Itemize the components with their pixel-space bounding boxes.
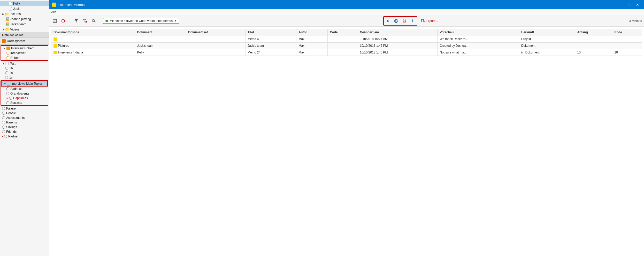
topic-icon [7, 82, 10, 86]
col-header-dokumentgruppe[interactable]: Dokumentgruppe [51, 29, 135, 36]
web-button[interactable] [393, 17, 400, 25]
filter-clear-button[interactable] [81, 17, 89, 25]
col-header-herkunft[interactable]: Herkunft [519, 29, 575, 36]
export-section: Exporti... [420, 19, 438, 23]
col-header-geaendert[interactable]: Geändert am [358, 29, 438, 36]
sidebar-item-jacks-team[interactable]: 🖼️ Jack's team [0, 22, 49, 27]
table-row[interactable]: Pictures Jack's team Jack's team Max 10/… [51, 42, 642, 49]
folder-icon: 📁 [5, 27, 9, 32]
col-header-dokumentset[interactable]: Dokumentset [186, 29, 246, 36]
svg-point-10 [92, 19, 95, 22]
sidebar-item-parents[interactable]: Parents [0, 120, 49, 125]
filter-button[interactable] [73, 17, 80, 25]
print-icon [402, 19, 407, 23]
svg-marker-6 [75, 19, 78, 22]
cell-anfang: 10 [575, 49, 612, 56]
export-icon [421, 19, 425, 23]
cell-ende: 10 [612, 49, 642, 56]
sidebar-item-siblings[interactable]: Siblings [0, 125, 49, 129]
col-header-autor[interactable]: Autor [296, 29, 328, 36]
sidebar-item-label: Jack [13, 7, 20, 11]
sidebar-item-label: Happiness [13, 96, 28, 100]
memo-view-button[interactable] [51, 17, 58, 25]
sidebar-item-1a[interactable]: 1a [0, 71, 49, 75]
sidebar-item-sadness[interactable]: Sadness [1, 87, 48, 91]
sidebar-item-friends[interactable]: Friends [0, 129, 49, 134]
sidebar-item-label: Sadness [10, 87, 22, 91]
toolbar: Mit einem aktivierten Code verknüpfte Me… [49, 15, 644, 27]
sidebar-item-success[interactable]: Success [1, 100, 48, 105]
expand-arrow[interactable]: ▼ [2, 62, 5, 65]
export-button[interactable]: Exporti... [421, 19, 438, 23]
expand-arrow[interactable]: ▼ [3, 47, 6, 50]
expand-arrow[interactable]: ▶ [2, 13, 4, 15]
sidebar-item-label: Interviews Main Topics [11, 82, 43, 86]
col-header-ende[interactable]: Ende [612, 29, 642, 36]
sidebar-item-failure[interactable]: Failure [0, 106, 49, 111]
table-row[interactable]: Memo 4 Max ...10/2018 10:27 AM We thank … [51, 36, 642, 43]
sidebar-item-pictures[interactable]: ▶ 📁 Pictures [0, 11, 49, 17]
sidebar-item-people[interactable]: People [0, 111, 49, 115]
col-header-dokument[interactable]: Dokument [135, 29, 186, 36]
filter-clear-icon [83, 19, 87, 23]
sidebar-item-label: Joanna playing [10, 17, 31, 21]
filter-dropdown[interactable]: Mit einem aktivierten Code verknüpfte Me… [103, 18, 179, 24]
sidebar-item-partner[interactable]: ● Partner [0, 134, 49, 139]
expand-arrow[interactable]: ▼ [2, 28, 5, 31]
sidebar-item-interviews-main-topics[interactable]: ▼ Interviews Main Topics [1, 81, 48, 87]
sidebar-item-happiness[interactable]: ➜ Happiness [1, 96, 48, 100]
globe-icon [394, 19, 398, 23]
memo-count: 3 Memos [629, 19, 642, 23]
sidebar-item-test[interactable]: ▼ Test [0, 61, 49, 66]
cell-vorschau: We thank Researc... [438, 36, 519, 43]
video-button[interactable] [60, 17, 67, 25]
expand-arrow[interactable]: ▼ [4, 82, 6, 85]
cell-dokumentgruppe [51, 36, 135, 43]
sidebar-item-grandparents[interactable]: Grandparents [1, 91, 48, 96]
sort-icon [186, 19, 190, 23]
code-icon [6, 92, 9, 95]
sidebar-item-kelly[interactable]: 📄 Kelly [0, 1, 49, 6]
code-icon [5, 76, 8, 79]
cell-geaendert: 10/10/2018 1:46 PM [358, 49, 438, 56]
memo-row-icon [53, 51, 57, 54]
sidebar-item-joanna[interactable]: 🖼️ Joanna playing [0, 17, 49, 22]
cell-titel: Jack's team [245, 42, 296, 49]
close-button[interactable]: ✕ [634, 2, 641, 7]
sidebar-item-videos[interactable]: ▼ 📁 Videos [0, 27, 49, 32]
maximize-button[interactable]: □ [626, 2, 633, 7]
sidebar-item-1c[interactable]: 1c [0, 75, 49, 80]
minimize-button[interactable]: ─ [619, 2, 625, 7]
sidebar-item-interviewer[interactable]: Interviewer [1, 51, 48, 56]
cell-dokument: Kelly [135, 49, 186, 56]
sidebar-item-label: Partner [8, 135, 18, 138]
excel-button[interactable]: X [384, 17, 392, 25]
col-header-code[interactable]: Code [328, 29, 358, 36]
sidebar-item-1b[interactable]: 1b [0, 66, 49, 71]
code-icon [2, 130, 5, 133]
cell-dokumentset [186, 36, 246, 43]
col-header-titel[interactable]: Titel [245, 29, 296, 36]
cell-herkunft: Dokument [519, 42, 575, 49]
info-button[interactable]: i [409, 17, 416, 25]
window-icon [52, 3, 56, 7]
test-icon [5, 62, 9, 65]
sidebar-item-label: Success [10, 101, 22, 105]
col-header-anfang[interactable]: Anfang [575, 29, 612, 36]
sidebar-item-robert[interactable]: Robert [1, 56, 48, 60]
sidebar-item-interview-robert[interactable]: ▼ 🟧 Interview Robert [1, 46, 48, 51]
title-controls: ─ □ ✕ [619, 2, 641, 7]
cell-vorschau: Created by Joshua... [438, 42, 519, 49]
sort-button[interactable] [185, 17, 192, 25]
cell-dokumentgruppe: Interviews Indiana [51, 49, 135, 56]
search-button[interactable] [90, 17, 97, 25]
interview-robert-group: ▼ 🟧 Interview Robert Interviewer Robert [1, 45, 48, 61]
col-header-vorschau[interactable]: Vorschau [438, 29, 519, 36]
print-button[interactable] [401, 17, 408, 25]
memo-count-area: 3 Memos [629, 19, 642, 23]
sidebar-item-assessments[interactable]: Assessments [0, 115, 49, 120]
cell-code [328, 36, 358, 43]
main-area: Übersicht Memos ─ □ ✕ Alle [49, 0, 644, 256]
sidebar-item-jack[interactable]: 📄 Jack [0, 6, 49, 11]
table-row[interactable]: Interviews Indiana Kelly Memo 24 Max 10/… [51, 49, 642, 56]
